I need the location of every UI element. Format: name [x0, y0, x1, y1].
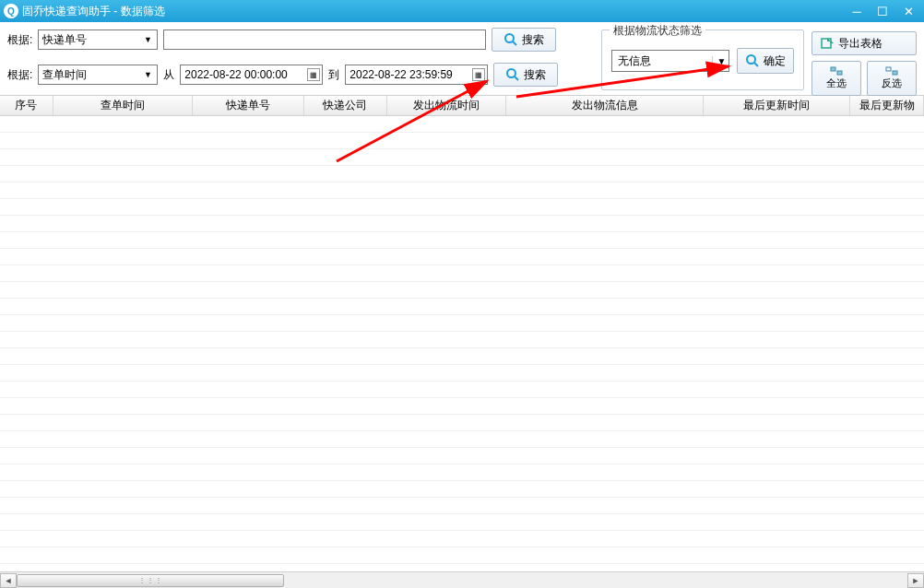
- table-row: [0, 431, 924, 448]
- table-row: [0, 265, 924, 282]
- table-row: [0, 348, 924, 365]
- search-by-label: 根据:: [7, 32, 32, 48]
- scroll-thumb[interactable]: ⋮⋮⋮: [17, 574, 284, 587]
- table-row: [0, 332, 924, 348]
- table-row: [0, 365, 924, 382]
- scroll-track[interactable]: ⋮⋮⋮: [17, 573, 907, 588]
- chevron-down-icon: ▼: [140, 70, 155, 79]
- svg-rect-9: [886, 67, 891, 71]
- table-row: [0, 415, 924, 431]
- select-all-label: 全选: [826, 76, 847, 90]
- svg-rect-8: [837, 71, 842, 75]
- search-icon: [503, 32, 518, 47]
- calendar-icon: ▦: [472, 68, 485, 81]
- column-header[interactable]: 发出物流信息: [506, 96, 705, 115]
- invert-selection-button[interactable]: 反选: [867, 61, 917, 96]
- svg-rect-7: [831, 67, 835, 71]
- toolbar: 根据: 快递单号 ▼ 搜索 根据: 查单时间: [0, 22, 924, 96]
- select-all-icon: [830, 66, 843, 76]
- search-icon: [505, 67, 520, 82]
- horizontal-scrollbar[interactable]: ◄ ⋮⋮⋮ ►: [0, 571, 924, 588]
- table-body: [0, 116, 924, 570]
- table-row: [0, 547, 924, 564]
- filter-status-combo[interactable]: 无信息 ▼: [611, 50, 729, 72]
- table-header: 序号查单时间快递单号快递公司发出物流时间发出物流信息最后更新时间最后更新物: [0, 96, 924, 116]
- table-row: [0, 166, 924, 182]
- grip-icon: ⋮⋮⋮: [138, 576, 163, 584]
- table-row: [0, 282, 924, 299]
- table-row: [0, 315, 924, 332]
- table-row: [0, 149, 924, 166]
- app-icon: Q: [4, 4, 18, 18]
- search-button-2[interactable]: 搜索: [493, 63, 558, 87]
- combo-text: 查单时间: [42, 67, 140, 83]
- search-icon: [745, 53, 760, 68]
- column-header[interactable]: 快递单号: [193, 96, 304, 115]
- calendar-icon: ▦: [307, 68, 320, 81]
- table-row: [0, 531, 924, 547]
- window-title: 固乔快递查询助手 - 数据筛选: [22, 4, 165, 19]
- close-button[interactable]: ✕: [896, 3, 920, 19]
- minimize-button[interactable]: ─: [845, 3, 869, 19]
- column-header[interactable]: 快递公司: [304, 96, 386, 115]
- table-row: [0, 465, 924, 481]
- search-button-label: 搜索: [524, 67, 546, 83]
- export-button[interactable]: 导出表格: [811, 31, 917, 55]
- export-button-label: 导出表格: [838, 36, 883, 52]
- table-row: [0, 498, 924, 514]
- table-row: [0, 116, 924, 133]
- table-row: [0, 382, 924, 398]
- combo-text: 无信息: [618, 53, 712, 69]
- search-field-combo[interactable]: 快递单号 ▼: [38, 29, 158, 50]
- from-label: 从: [163, 67, 174, 83]
- table-row: [0, 299, 924, 315]
- search-field-combo-2[interactable]: 查单时间 ▼: [38, 65, 158, 85]
- svg-point-2: [507, 69, 515, 77]
- date-to-input[interactable]: 2022-08-22 23:59:59 ▦: [345, 65, 488, 85]
- confirm-button[interactable]: 确定: [737, 48, 794, 74]
- to-label: 到: [328, 67, 339, 83]
- column-header[interactable]: 发出物流时间: [387, 96, 506, 115]
- column-header[interactable]: 查单时间: [53, 96, 193, 115]
- svg-rect-10: [893, 71, 897, 75]
- chevron-down-icon: ▼: [140, 35, 155, 44]
- search-by-label-2: 根据:: [7, 67, 32, 83]
- filter-legend: 根据物流状态筛选: [610, 23, 705, 39]
- svg-point-4: [747, 55, 755, 64]
- combo-text: 快递单号: [42, 32, 140, 48]
- filter-group: 根据物流状态筛选 无信息 ▼ 确定: [601, 29, 804, 90]
- search-input[interactable]: [163, 29, 486, 50]
- svg-line-1: [513, 41, 516, 45]
- svg-point-0: [505, 34, 514, 42]
- chevron-down-icon: ▼: [712, 56, 727, 66]
- confirm-button-label: 确定: [764, 53, 786, 69]
- search-button-label: 搜索: [522, 32, 544, 48]
- table-area: 序号查单时间快递单号快递公司发出物流时间发出物流信息最后更新时间最后更新物: [0, 96, 924, 570]
- column-header[interactable]: 序号: [0, 96, 53, 115]
- column-header[interactable]: 最后更新物: [850, 96, 924, 115]
- table-row: [0, 448, 924, 465]
- select-all-button[interactable]: 全选: [811, 61, 861, 96]
- table-row: [0, 216, 924, 232]
- svg-line-5: [754, 63, 758, 66]
- table-row: [0, 481, 924, 498]
- scroll-left-button[interactable]: ◄: [0, 573, 17, 588]
- export-icon: [820, 36, 835, 51]
- table-row: [0, 514, 924, 531]
- maximize-button[interactable]: ☐: [871, 3, 894, 19]
- scroll-right-button[interactable]: ►: [907, 573, 924, 588]
- search-button-1[interactable]: 搜索: [492, 28, 556, 52]
- invert-label: 反选: [882, 76, 902, 90]
- column-header[interactable]: 最后更新时间: [704, 96, 850, 115]
- table-row: [0, 182, 924, 199]
- invert-icon: [885, 66, 898, 76]
- svg-line-3: [515, 76, 518, 80]
- titlebar: Q 固乔快递查询助手 - 数据筛选 ─ ☐ ✕: [0, 0, 924, 22]
- date-from-input[interactable]: 2022-08-22 00:00:00 ▦: [180, 65, 323, 85]
- date-from-text: 2022-08-22 00:00:00: [184, 68, 307, 81]
- table-row: [0, 199, 924, 216]
- table-row: [0, 133, 924, 149]
- table-row: [0, 232, 924, 249]
- table-row: [0, 398, 924, 415]
- table-row: [0, 249, 924, 265]
